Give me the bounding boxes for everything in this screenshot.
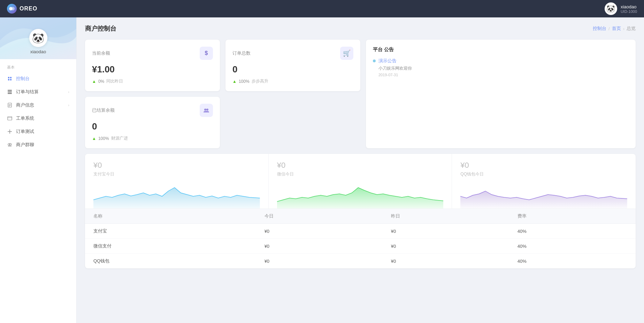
table-row: QQ钱包 ¥0 ¥0 40% [85,254,636,269]
chevron-right-icon: › [68,103,69,107]
balance-card: 当前余额 $ ¥1.00 ▲ 0% 同比昨日 [85,40,220,91]
trend-arrow: ▲ [232,79,237,84]
sidebar-avatar: 🐼 [29,29,47,47]
balance-trend: ▲ 0% 同比昨日 [92,78,213,84]
breadcrumb-link-home[interactable]: 首页 [612,25,621,32]
qq-label: QQ钱包今日 [460,171,627,177]
work-orders-icon [7,116,13,121]
order-test-icon [7,129,13,134]
breadcrumb-sep2: › [623,26,624,31]
svg-point-1 [11,7,15,10]
svg-point-14 [9,143,12,145]
trend-text: 同比昨日 [106,78,123,84]
announcement-desc: 小刀娱乐网欢迎你 [373,65,629,71]
trend-arrow: ▲ [92,136,96,141]
sidebar-username: xiaodao [30,49,46,54]
cell-yesterday: ¥0 [383,224,509,239]
balance-label: 当前余额 [92,50,110,56]
breadcrumb-sep: / [608,26,610,31]
wechat-chart-item: ¥0 微信今日 [269,154,452,208]
logo-text: OREO [20,6,37,12]
main-content: 商户控制台 控制台 / 首页 › 总览 当前余额 $ ¥1.00 [77,17,644,323]
wechat-label: 微信今日 [277,171,444,177]
announcement-item: 演示公告 小刀娱乐网欢迎你 2019-07-31 [373,58,629,77]
trend-pct: 100% [239,79,250,84]
cell-rate: 40% [509,239,636,254]
chevron-right-icon: › [68,90,69,94]
alipay-amount: ¥0 [93,161,260,170]
sidebar-item-merchant-chat[interactable]: 商户群聊 [0,138,76,151]
payment-table: 名称 今日 昨日 费率 支付宝 ¥0 ¥0 40% 微信支付 ¥0 ¥0 40%… [85,209,636,268]
logo-icon [7,4,17,14]
settled-card: 已结算余额 0 ▲ 100% 财源广进 [85,97,220,148]
sidebar-item-orders[interactable]: 订单与结算 › [0,85,76,99]
qq-chart-item: ¥0 QQ钱包今日 [452,154,636,208]
qq-amount: ¥0 [460,161,627,170]
col-header-name: 名称 [85,209,256,224]
cell-yesterday: ¥0 [383,254,509,269]
settled-value: 0 [92,121,213,132]
cell-name: QQ钱包 [85,254,256,269]
breadcrumb-nav: 控制台 / 首页 › 总览 [593,25,636,32]
sidebar-item-work-orders[interactable]: 工单系统 [0,112,76,125]
sidebar-section-label: 基本 [0,59,76,72]
table-row: 微信支付 ¥0 ¥0 40% [85,239,636,254]
cell-today: ¥0 [256,254,383,269]
orders-value: 0 [232,64,353,75]
svg-point-17 [204,109,206,111]
svg-rect-2 [8,90,12,91]
announcement-link[interactable]: 演示公告 [378,58,397,64]
orders-trend: ▲ 100% 步步高升 [232,78,353,84]
alipay-chart-item: ¥0 支付宝今日 [85,154,269,208]
cell-rate: 40% [509,224,636,239]
balance-icon: $ [200,47,213,60]
col-header-rate: 费率 [509,209,636,224]
alipay-chart [93,181,260,208]
announcement-date: 2019-07-31 [373,73,629,77]
cell-name: 微信支付 [85,239,256,254]
trend-text: 步步高升 [252,78,268,84]
sidebar-item-label: 商户群聊 [16,142,34,148]
trend-text: 财源广进 [111,135,128,141]
settled-label: 已结算余额 [92,107,115,113]
cell-name: 支付宝 [85,224,256,239]
announcement-card: 平台 公告 演示公告 小刀娱乐网欢迎你 2019-07-31 [366,40,636,148]
trend-arrow: ▲ [92,79,96,84]
orders-label: 订单总数 [232,50,251,56]
dashboard-icon [7,76,13,81]
alipay-label: 支付宝今日 [93,171,260,177]
cell-yesterday: ¥0 [383,239,509,254]
sidebar-item-dashboard[interactable]: 控制台 [0,72,76,85]
user-name: xiaodao [621,4,637,9]
trend-pct: 0% [98,79,104,84]
sidebar-item-label: 商户信息 [16,102,34,108]
sidebar-item-label: 订单与结算 [16,89,39,95]
stats-section: ¥0 支付宝今日 [85,154,636,268]
svg-rect-9 [8,117,12,120]
settled-trend: ▲ 100% 财源广进 [92,135,213,141]
col-header-today: 今日 [256,209,383,224]
merchant-chat-icon [7,142,13,148]
wechat-amount: ¥0 [277,161,444,170]
stats-charts-row: ¥0 支付宝今日 [85,154,636,209]
sidebar-item-merchant-info[interactable]: 商户信息 › [0,99,76,112]
sidebar-item-label: 订单测试 [16,128,34,135]
qq-chart [460,181,627,208]
breadcrumb-link-dashboard[interactable]: 控制台 [593,25,606,32]
logo: OREO [7,4,37,14]
cell-rate: 40% [509,254,636,269]
cell-today: ¥0 [256,239,383,254]
settled-icon [200,104,213,117]
orders-icon: 🛒 [340,47,353,60]
sidebar-item-label: 控制台 [16,76,30,82]
orders-card: 订单总数 🛒 0 ▲ 100% 步步高升 [225,40,360,91]
breadcrumb: 商户控制台 控制台 / 首页 › 总览 [85,24,636,33]
table-row: 支付宝 ¥0 ¥0 40% [85,224,636,239]
topbar: OREO 🐼 xiaodao UID-1000 [0,0,644,17]
page-title: 商户控制台 [85,24,116,33]
svg-rect-3 [8,92,12,93]
user-uid: UID-1000 [621,9,637,14]
sidebar-item-order-test[interactable]: 订单测试 [0,125,76,138]
main-layout: 🐼 xiaodao 基本 控制台 订单与结算 › [0,17,644,323]
user-menu[interactable]: 🐼 xiaodao UID-1000 [605,2,637,15]
